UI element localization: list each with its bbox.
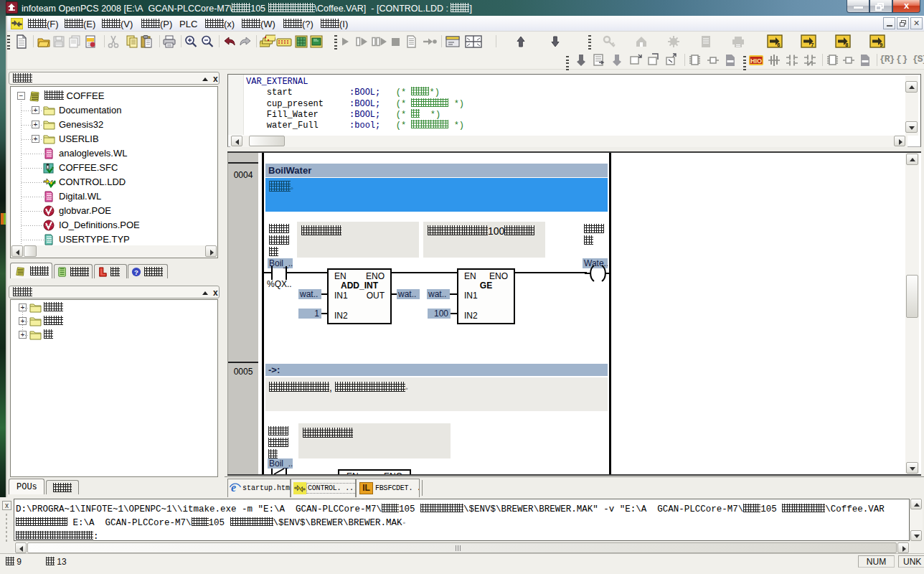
- svg-text:HIO: HIO: [750, 57, 762, 65]
- svg-text:8: 8: [845, 42, 848, 48]
- svg-text:?: ?: [134, 268, 138, 276]
- svg-text:6: 6: [777, 42, 780, 48]
- svg-text:9: 9: [880, 42, 882, 48]
- svg-text:7: 7: [811, 42, 814, 48]
